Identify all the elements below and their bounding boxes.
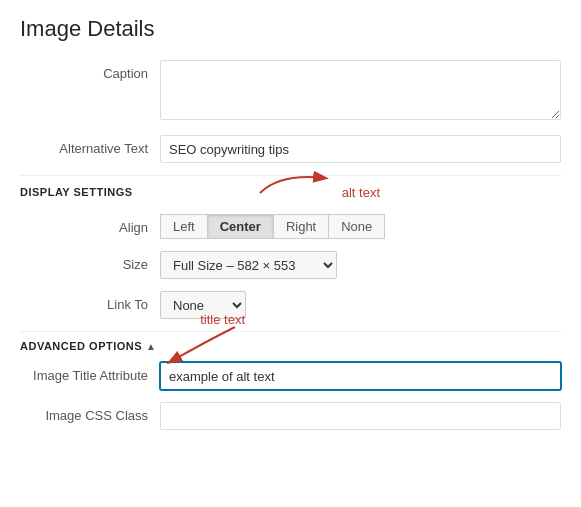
align-none-button[interactable]: None bbox=[328, 214, 385, 239]
page-title: Image Details bbox=[20, 16, 561, 42]
align-left-button[interactable]: Left bbox=[160, 214, 207, 239]
caption-row: Caption bbox=[20, 60, 561, 123]
image-title-field bbox=[160, 362, 561, 390]
css-class-row: Image CSS Class bbox=[20, 402, 561, 430]
size-row: Size Full Size – 582 × 553 bbox=[20, 251, 561, 279]
image-details-panel: Image Details Caption Alternative Text bbox=[0, 0, 581, 507]
advanced-options-header: ADVANCED OPTIONS ▲ bbox=[20, 340, 561, 352]
link-to-label: Link To bbox=[20, 291, 160, 312]
css-class-input[interactable] bbox=[160, 402, 561, 430]
link-to-row: Link To None bbox=[20, 291, 561, 319]
caption-label: Caption bbox=[20, 60, 160, 81]
css-class-field bbox=[160, 402, 561, 430]
alt-text-row: Alternative Text bbox=[20, 135, 561, 163]
image-title-input[interactable] bbox=[160, 362, 561, 390]
advanced-options-label: ADVANCED OPTIONS bbox=[20, 340, 142, 352]
align-center-button[interactable]: Center bbox=[207, 214, 273, 239]
advanced-options-section: ADVANCED OPTIONS ▲ title text Image Titl… bbox=[20, 331, 561, 430]
align-right-button[interactable]: Right bbox=[273, 214, 328, 239]
link-to-select[interactable]: None bbox=[160, 291, 246, 319]
alt-text-section: Alternative Text alt text bbox=[20, 135, 561, 163]
caption-field bbox=[160, 60, 561, 123]
size-label: Size bbox=[20, 251, 160, 272]
align-field: Left Center Right None bbox=[160, 214, 561, 239]
advanced-header-wrapper: ADVANCED OPTIONS ▲ title text bbox=[20, 340, 561, 352]
image-title-row: Image Title Attribute bbox=[20, 362, 561, 390]
align-label: Align bbox=[20, 214, 160, 235]
align-button-group: Left Center Right None bbox=[160, 214, 561, 239]
caption-input[interactable] bbox=[160, 60, 561, 120]
alt-text-field bbox=[160, 135, 561, 163]
link-to-field: None bbox=[160, 291, 561, 319]
alt-text-input[interactable] bbox=[160, 135, 561, 163]
display-settings-header: DISPLAY SETTINGS bbox=[20, 175, 561, 206]
advanced-toggle-icon[interactable]: ▲ bbox=[146, 341, 156, 352]
css-class-label: Image CSS Class bbox=[20, 402, 160, 423]
alt-text-label: Alternative Text bbox=[20, 135, 160, 156]
size-select[interactable]: Full Size – 582 × 553 bbox=[160, 251, 337, 279]
align-row: Align Left Center Right None bbox=[20, 214, 561, 239]
size-field: Full Size – 582 × 553 bbox=[160, 251, 561, 279]
image-title-label: Image Title Attribute bbox=[20, 362, 160, 383]
